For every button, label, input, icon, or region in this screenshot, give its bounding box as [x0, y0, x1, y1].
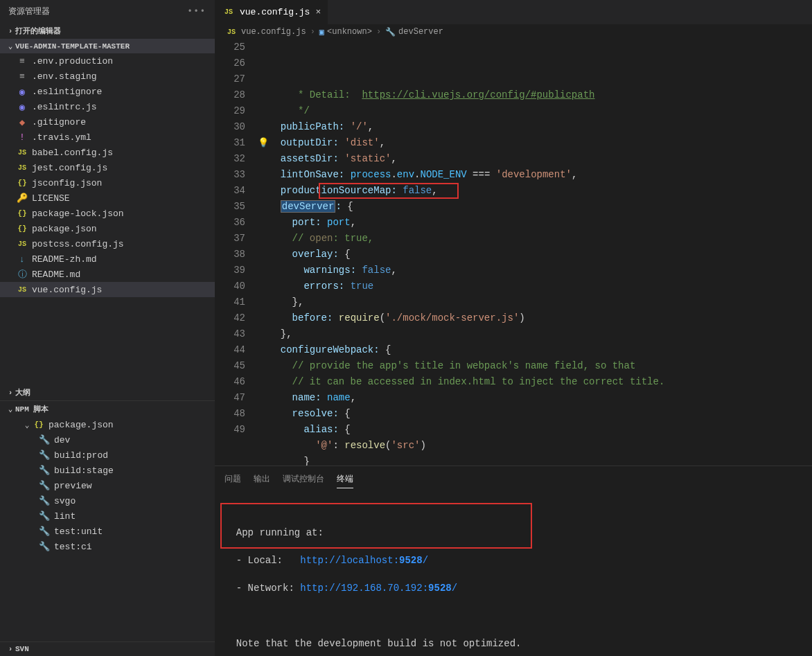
- npm-script-item[interactable]: 🔧lint: [6, 508, 215, 524]
- file-label: README.md: [32, 269, 80, 280]
- terminal[interactable]: App running at: - Local: http://localhos…: [215, 488, 812, 656]
- panel-tab[interactable]: 终端: [337, 470, 353, 488]
- file-label: .travis.yml: [32, 132, 91, 143]
- npm-script-item[interactable]: 🔧test:ci: [6, 539, 215, 554]
- npm-script-item[interactable]: 🔧build:stage: [6, 463, 215, 478]
- file-item[interactable]: {}package-lock.json: [0, 206, 215, 221]
- wrench-icon: 🔧: [39, 434, 50, 445]
- json-icon: {}: [32, 420, 46, 429]
- script-label: svgo: [54, 496, 76, 506]
- script-label: build:prod: [54, 450, 108, 461]
- editor[interactable]: 2526272829303132333435363738394041424344…: [215, 39, 812, 466]
- file-item[interactable]: {}package.json: [0, 221, 215, 236]
- chevron-right-icon: ›: [6, 645, 15, 653]
- file-label: postcss.config.js: [32, 239, 124, 249]
- file-item[interactable]: ≡.env.production: [0, 53, 215, 69]
- main-area: JS vue.config.js × JS vue.config.js › ▣ …: [215, 0, 812, 656]
- file-label: package.json: [32, 224, 97, 234]
- file-label: babel.config.js: [32, 148, 113, 158]
- open-editors-label: 打开的编辑器: [15, 26, 61, 36]
- file-item[interactable]: JSvue.config.js: [0, 282, 215, 297]
- bc-unknown: <unknown>: [327, 27, 372, 37]
- js-icon: JS: [222, 8, 236, 16]
- code-area[interactable]: * Detail: https://cli.vuejs.org/config/#…: [258, 39, 812, 466]
- file-label: LICENSE: [32, 193, 70, 204]
- bottom-panel: 问题输出调试控制台终端 App running at: - Local: htt…: [215, 466, 812, 656]
- json-icon: {}: [15, 209, 29, 218]
- panel-tab[interactable]: 问题: [224, 470, 241, 488]
- eslint-icon: ◉: [15, 101, 29, 113]
- npm-script-item[interactable]: 🔧dev: [6, 432, 215, 447]
- file-item[interactable]: 🔑LICENSE: [0, 190, 215, 206]
- npm-script-item[interactable]: 🔧build:prod: [6, 447, 215, 463]
- gutter: 2526272829303132333435363738394041424344…: [215, 39, 258, 466]
- script-label: build:stage: [54, 466, 114, 476]
- more-icon[interactable]: •••: [187, 7, 206, 17]
- file-item[interactable]: JSpostcss.config.js: [0, 236, 215, 251]
- npm-scripts-section[interactable]: ⌄ NPM 脚本: [0, 400, 215, 417]
- file-label: .eslintignore: [32, 87, 102, 97]
- js-icon: JS: [15, 149, 29, 157]
- md-icon: ↓: [15, 254, 29, 265]
- svn-section[interactable]: › SVN: [0, 641, 215, 656]
- wrench-icon: 🔧: [39, 450, 50, 461]
- lic-icon: 🔑: [15, 193, 29, 204]
- wrench-icon: 🔧: [39, 526, 50, 537]
- npm-script-item[interactable]: 🔧svgo: [6, 493, 215, 508]
- wrench-icon: 🔧: [39, 465, 50, 476]
- js-icon: JS: [224, 28, 238, 36]
- close-icon[interactable]: ×: [315, 7, 321, 17]
- breadcrumb[interactable]: JS vue.config.js › ▣ <unknown> › 🔧 devSe…: [215, 24, 812, 39]
- chevron-right-icon: ›: [6, 27, 15, 35]
- file-label: .eslintrc.js: [32, 102, 97, 112]
- wrench-icon: 🔧: [385, 27, 396, 37]
- file-tree: ≡.env.production≡.env.staging◉.eslintign…: [0, 53, 215, 297]
- file-label: README-zh.md: [32, 254, 97, 265]
- panel-tab[interactable]: 调试控制台: [283, 470, 324, 488]
- file-label: jsconfig.json: [32, 178, 102, 188]
- file-item[interactable]: ≡.env.staging: [0, 69, 215, 84]
- js-icon: JS: [15, 240, 29, 248]
- wrench-icon: 🔧: [39, 495, 50, 506]
- file-item[interactable]: ◆.gitignore: [0, 114, 215, 130]
- outline-section[interactable]: › 大纲: [0, 384, 215, 400]
- file-label: .env.production: [32, 56, 113, 67]
- npm-package-item[interactable]: ⌄ {} package.json: [6, 417, 215, 432]
- file-item[interactable]: ⓘREADME.md: [0, 267, 215, 282]
- file-item[interactable]: !.travis.yml: [0, 130, 215, 145]
- wrench-icon: 🔧: [39, 480, 50, 491]
- wrench-icon: 🔧: [39, 511, 50, 522]
- tab-label: vue.config.js: [240, 7, 310, 17]
- file-item[interactable]: JSbabel.config.js: [0, 145, 215, 160]
- file-item[interactable]: {}jsconfig.json: [0, 175, 215, 190]
- tab-vue-config[interactable]: JS vue.config.js ×: [215, 0, 328, 24]
- module-icon: ▣: [319, 27, 324, 37]
- file-item[interactable]: ◉.eslintignore: [0, 84, 215, 99]
- open-editors-section[interactable]: › 打开的编辑器: [0, 23, 215, 39]
- script-label: test:unit: [54, 526, 103, 537]
- npm-script-item[interactable]: 🔧preview: [6, 478, 215, 493]
- npm-script-item[interactable]: 🔧test:unit: [6, 524, 215, 539]
- js-icon: JS: [15, 286, 29, 294]
- file-label: .gitignore: [32, 117, 86, 127]
- file-label: jest.config.js: [32, 163, 107, 173]
- script-label: test:ci: [54, 542, 92, 552]
- file-icon: ≡: [15, 56, 29, 67]
- js-icon: JS: [15, 164, 29, 172]
- bc-member: devServer: [398, 27, 443, 37]
- sidebar-title: 资源管理器: [8, 6, 50, 17]
- script-label: lint: [54, 511, 76, 522]
- file-label: .env.staging: [32, 71, 97, 82]
- chevron-down-icon: ⌄: [22, 420, 32, 429]
- project-section[interactable]: ⌄ VUE-ADMIN-TEMPLATE-MASTER: [0, 39, 215, 53]
- script-label: dev: [54, 435, 70, 445]
- file-item[interactable]: ◉.eslintrc.js: [0, 99, 215, 114]
- file-item[interactable]: JSjest.config.js: [0, 160, 215, 175]
- chevron-down-icon: ⌄: [6, 405, 15, 414]
- file-item[interactable]: ↓README-zh.md: [0, 251, 215, 267]
- chevron-down-icon: ⌄: [6, 42, 15, 51]
- npm-tree: ⌄ {} package.json 🔧dev🔧build:prod🔧build:…: [0, 417, 215, 554]
- panel-tab[interactable]: 输出: [254, 470, 270, 488]
- svn-label: SVN: [15, 645, 29, 653]
- npm-title: NPM 脚本: [15, 404, 48, 414]
